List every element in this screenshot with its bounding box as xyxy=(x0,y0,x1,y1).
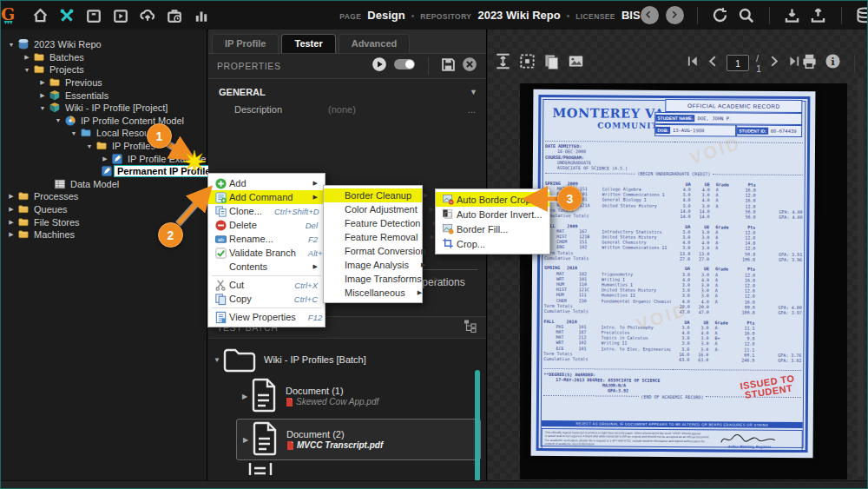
tree-node-local-resources[interactable]: ▼Local Resources xyxy=(1,127,207,140)
batch-document-row-partial[interactable] xyxy=(247,463,481,475)
expand-arrow-icon[interactable]: ▶ xyxy=(6,193,16,200)
run-icon[interactable] xyxy=(372,56,387,76)
batch-scrollbar[interactable] xyxy=(475,370,480,480)
jobs-case-icon[interactable] xyxy=(165,6,184,25)
tree-node-essentials[interactable]: ▶Essentials xyxy=(1,89,207,102)
tree-node-previous[interactable]: ▶Previous xyxy=(1,76,207,89)
menu-item-contents[interactable]: Contents▶ xyxy=(208,260,325,274)
expand-arrow-icon[interactable]: ▶ xyxy=(37,79,48,86)
database-icon[interactable] xyxy=(855,6,868,25)
search-icon[interactable] xyxy=(737,6,756,25)
nav-back-icon[interactable] xyxy=(641,6,659,24)
batch-document-row-selected[interactable]: ▶Document (2)MVCC Transcript.pdf xyxy=(236,419,481,460)
batch-document-row[interactable]: ▶Document (1)Skewed Cow App.pdf xyxy=(236,376,481,416)
menu-item-rename-[interactable]: abRename...F2 xyxy=(208,232,325,246)
stats-bars-icon[interactable] xyxy=(192,6,211,25)
tab-tester[interactable]: Tester xyxy=(281,34,335,53)
menu-item-add[interactable]: Add▶ xyxy=(208,176,325,190)
prev-page-icon[interactable] xyxy=(707,55,720,71)
tree-node-batches[interactable]: ▶Batches xyxy=(1,51,207,64)
first-page-icon[interactable] xyxy=(687,55,700,71)
submenu-item-auto-border-crop-[interactable]: Auto Border Crop... xyxy=(436,192,549,207)
menu-item-add-command[interactable]: Add Command▶ xyxy=(208,190,325,204)
menu-item-view-properties[interactable]: View PropertiesF12 xyxy=(208,310,325,324)
tree-node-ip-profiles[interactable]: ▼IP Profiles xyxy=(1,140,207,153)
viewer-scrollbar[interactable] xyxy=(858,77,864,477)
tree-node-wiki-ip-profile-project-[interactable]: ▼Wiki - IP Profile [Project] xyxy=(1,102,207,115)
general-section-header[interactable]: GENERAL ▼ xyxy=(208,79,486,102)
upload-icon[interactable] xyxy=(809,6,828,25)
next-page-icon[interactable] xyxy=(768,55,781,71)
submenu-item-feature-detection[interactable]: Feature Detection▶ xyxy=(324,216,422,230)
tree-node-queues[interactable]: ▶Queues xyxy=(1,203,207,216)
image-view-icon[interactable] xyxy=(568,53,584,73)
collapse-arrow-icon[interactable]: ▼ xyxy=(53,117,63,123)
tree-node-data-model[interactable]: Data Model xyxy=(1,178,207,191)
expand-arrow-icon[interactable]: ▶ xyxy=(6,219,16,226)
submenu-item-format-conversion[interactable]: Format Conversion▶ xyxy=(324,244,422,258)
expand-arrow-icon[interactable]: ▶ xyxy=(6,206,16,213)
close-icon[interactable] xyxy=(462,56,477,76)
select-region-icon[interactable] xyxy=(519,53,536,73)
fit-height-icon[interactable] xyxy=(495,53,511,73)
hierarchy-icon[interactable] xyxy=(464,319,477,336)
page-number-input[interactable]: 1 xyxy=(727,55,749,71)
expand-arrow-icon[interactable]: ▶ xyxy=(37,92,48,99)
print-icon[interactable] xyxy=(801,53,818,73)
tree-node-projects[interactable]: ▼Projects xyxy=(1,63,207,76)
expand-arrow-icon[interactable]: ▶ xyxy=(240,393,250,400)
submenu-item-miscellaneous[interactable]: Miscellaneous▶ xyxy=(324,286,422,300)
tab-ip-profile[interactable]: IP Profile xyxy=(212,34,279,53)
expand-arrow-icon[interactable]: ▶ xyxy=(100,155,110,162)
menu-item-delete[interactable]: DeleteDel xyxy=(208,218,325,232)
submenu-item-feature-removal[interactable]: Feature Removal▶ xyxy=(324,230,422,244)
copy-pages-icon[interactable] xyxy=(543,53,560,73)
tree-node-ip-profile-content-model[interactable]: ▼IP Profile Content Model xyxy=(1,115,207,128)
menu-item-clone-[interactable]: Clone...Ctrl+Shift+D xyxy=(208,204,325,218)
collapse-arrow-icon[interactable]: ▼ xyxy=(69,130,79,136)
tree-node-processes[interactable]: ▶Processes xyxy=(1,190,207,203)
cloud-upload-icon[interactable] xyxy=(138,6,157,25)
submenu-item-image-analysis[interactable]: Image Analysis▶ xyxy=(324,258,422,272)
submenu-item-color-adjustment[interactable]: Color Adjustment▶ xyxy=(324,202,422,216)
collapse-arrow-icon[interactable]: ▼ xyxy=(84,143,95,149)
tree-node-ip-profile-example[interactable]: ▶IP Profile Example xyxy=(1,152,207,165)
batch-folder-row[interactable]: ▼Wiki - IP Profiles [Batch] xyxy=(212,346,486,373)
submenu-item-border-cleanup[interactable]: Border Cleanup▶ xyxy=(324,188,422,202)
tree-node-2023-wiki-repo[interactable]: ▼2023 Wiki Repo xyxy=(1,38,207,51)
refresh-icon[interactable] xyxy=(711,6,730,25)
ellipsis-button[interactable]: ... xyxy=(468,104,476,115)
save-icon[interactable] xyxy=(441,57,456,76)
tree-node-permanent-ip-profile-example[interactable]: Permanent IP Profile Example xyxy=(1,165,207,178)
submenu-item-crop-[interactable]: Crop... xyxy=(436,236,549,251)
chevron-down-icon[interactable]: ▼ xyxy=(470,88,477,96)
expand-arrow-icon[interactable]: ▶ xyxy=(240,436,251,444)
collapse-arrow-icon[interactable]: ▼ xyxy=(37,105,48,111)
media-play-icon[interactable] xyxy=(111,6,130,25)
tab-advanced[interactable]: Advanced xyxy=(339,34,411,53)
collapse-arrow-icon[interactable]: ▼ xyxy=(6,42,16,48)
design-tools-icon[interactable] xyxy=(57,6,76,25)
toggle-icon[interactable] xyxy=(393,58,416,74)
batch-box-icon[interactable] xyxy=(84,6,103,25)
menu-item-validate-branch[interactable]: Validate BranchAlt+F11 xyxy=(208,246,325,260)
submenu-item-auto-border-invert-[interactable]: Auto Border Invert... xyxy=(436,207,549,221)
grooper-logo[interactable]: G▾▾▾ xyxy=(1,7,15,24)
repository-value[interactable]: 2023 Wiki Repo xyxy=(477,9,560,22)
nav-forward-icon[interactable] xyxy=(666,6,684,24)
last-page-icon[interactable] xyxy=(788,55,801,71)
expand-arrow-icon[interactable]: ▶ xyxy=(22,54,32,61)
submenu-item-border-fill-[interactable]: Border Fill... xyxy=(436,221,549,236)
collapse-arrow-icon[interactable]: ▼ xyxy=(212,356,222,364)
home-icon[interactable] xyxy=(30,6,49,25)
page-value[interactable]: Design xyxy=(367,9,404,22)
collapse-arrow-icon[interactable]: ▼ xyxy=(22,67,32,73)
menu-item-cut[interactable]: CutCtrl+X xyxy=(208,278,325,292)
download-icon[interactable] xyxy=(783,6,802,25)
scanned-page-image[interactable]: VOID VOID MONTEREY VALLEY COMMUNITY COLL… xyxy=(520,83,847,479)
info-icon[interactable]: i xyxy=(825,53,841,73)
menu-item-copy[interactable]: CopyCtrl+C xyxy=(208,292,325,306)
expand-arrow-icon[interactable]: ▶ xyxy=(6,231,16,238)
description-property-row[interactable]: Description (none) ... xyxy=(208,102,486,117)
submenu-item-image-transforms[interactable]: Image Transforms▶ xyxy=(324,272,422,286)
